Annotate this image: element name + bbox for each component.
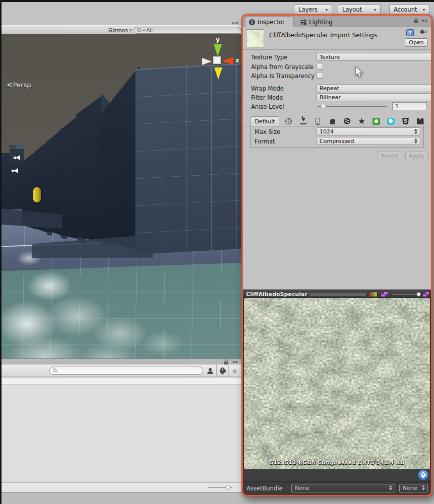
platform-tab-webgl[interactable]: 5 [398, 116, 413, 126]
wrap-mode-dropdown[interactable]: Repeat [317, 84, 432, 92]
import-settings-title: CliffAlbedoSpecular Import Settings [269, 32, 377, 39]
platform-tab-blackberry[interactable] [340, 116, 354, 126]
scene-search-value: All [146, 27, 153, 33]
texture-type-dropdown[interactable]: Texture [317, 53, 432, 61]
yellow-capsule-object[interactable] [33, 187, 41, 202]
alpha-from-grayscale-label: Alpha from Grayscale [251, 63, 314, 70]
thumbnail-size-knob[interactable] [225, 485, 230, 490]
wrap-mode-label: Wrap Mode [251, 85, 284, 92]
platform-tab-tv[interactable] [413, 116, 427, 126]
max-size-dropdown[interactable]: 1024 [317, 127, 420, 135]
texture-type-row: Texture Type Texture [243, 53, 431, 61]
audio-source-gizmo-icon[interactable] [14, 155, 21, 160]
search-by-label-button[interactable] [216, 365, 228, 377]
aniso-level-label: Aniso Level [251, 103, 284, 110]
pane-menu-icon[interactable]: ▾≡ [422, 18, 428, 23]
lock-icon[interactable] [223, 359, 228, 365]
download-icon [300, 118, 306, 124]
project-row[interactable] [2, 378, 242, 385]
persp-arrow-icon: < [7, 81, 12, 89]
layout-dropdown[interactable]: Layout▾ [338, 5, 381, 15]
aniso-slider-knob[interactable] [321, 104, 326, 109]
preview-title: CliffAlbedoSpecular [246, 291, 307, 298]
pane-menu-icon[interactable]: ▾≡ [232, 359, 238, 365]
globe-icon [285, 118, 292, 124]
assetbundle-variant-dropdown[interactable]: None [399, 484, 428, 492]
favorites-button[interactable]: ★ [228, 365, 240, 377]
scene-cube-cluster [2, 153, 24, 209]
tab-inspector[interactable]: i Inspector [245, 17, 294, 27]
search-icon [53, 369, 57, 373]
help-icon[interactable]: ? [406, 29, 414, 36]
layout-label: Layout [342, 6, 362, 13]
platform-tab-windows-phone[interactable] [354, 116, 369, 126]
phone-icon [316, 118, 320, 125]
axis-y-cone[interactable] [214, 44, 222, 56]
axis-z-cone[interactable] [202, 58, 212, 65]
max-size-label: Max Size [255, 128, 280, 135]
gear-icon[interactable]: ✱ [420, 29, 427, 35]
axis-x-cone[interactable] [222, 57, 233, 65]
mipmap-checker-icon[interactable] [422, 292, 429, 297]
tab-lighting[interactable]: Lighting [300, 17, 332, 27]
platform-tab-web[interactable] [281, 116, 296, 126]
texture-thumbnail[interactable] [246, 29, 264, 47]
mip-level-knob[interactable] [416, 292, 421, 297]
scene-axis-gizmo[interactable]: y x [196, 36, 242, 92]
filter-mode-label: Filter Mode [251, 94, 283, 101]
search-by-type-button[interactable] [204, 365, 216, 377]
aniso-level-row: Aniso Level 1 [243, 102, 431, 111]
gizmos-dropdown[interactable]: Gizmos▾ [106, 27, 134, 34]
asset-labels-button[interactable] [418, 470, 428, 480]
audio-source-gizmo-icon[interactable] [12, 168, 19, 173]
platform-tab-samsung[interactable] [384, 116, 398, 126]
assetbundle-bar: AssetBundle None None [243, 481, 431, 495]
tab-lighting-label: Lighting [309, 19, 332, 26]
chevron-down-icon: ▾ [130, 28, 132, 32]
account-label: Account [394, 6, 417, 13]
star-icon: ★ [231, 368, 238, 375]
assetbundle-dropdown[interactable]: None [291, 484, 395, 492]
lock-icon[interactable] [413, 18, 418, 23]
apply-button[interactable]: Apply [405, 152, 428, 160]
layers-dropdown[interactable]: Layers▾ [294, 5, 332, 15]
alpha-is-transparency-checkbox[interactable] [317, 72, 323, 79]
aniso-value-field[interactable]: 1 [392, 102, 427, 110]
account-dropdown[interactable]: Account▾ [389, 5, 429, 15]
project-toolbar: ★ [2, 365, 242, 377]
filter-mode-row: Filter Mode Bilinear [243, 93, 431, 102]
scene-viewport[interactable]: y x < Persp [2, 34, 242, 358]
axis-center-cube[interactable] [213, 56, 221, 64]
alpha-from-grayscale-checkbox[interactable] [317, 63, 323, 69]
filter-mode-dropdown[interactable]: Bilinear [317, 93, 432, 101]
format-dropdown[interactable]: Compressed [317, 137, 420, 145]
scene-toolbar: Gizmos▾ ▾ All [2, 25, 242, 34]
inspector-header: CliffAlbedoSpecular Import Settings ? ✱ … [243, 27, 431, 49]
alpha-from-grayscale-row: Alpha from Grayscale [243, 62, 431, 71]
filter-mode-value: Bilinear [320, 94, 341, 101]
open-button[interactable]: Open [405, 38, 428, 47]
preview-header[interactable]: CliffAlbedoSpecular [243, 290, 431, 298]
scene-search-input[interactable]: ▾ All [134, 27, 241, 34]
format-label: Format [255, 138, 275, 145]
perspective-toggle[interactable]: < Persp [7, 81, 31, 89]
scene-big-cube-front [99, 65, 140, 263]
revert-button[interactable]: Revert [378, 152, 402, 160]
platform-tab-standalone[interactable] [296, 116, 311, 126]
platform-tab-ios[interactable] [311, 116, 325, 126]
project-search-input[interactable] [49, 367, 203, 375]
axis-neg-y-cone[interactable] [214, 67, 222, 80]
texture-preview[interactable]: 512x512 RGBA Compressed DXT5 341.4 KB [243, 298, 431, 469]
default-label: Default [255, 118, 275, 125]
platform-tab-android[interactable] [325, 116, 340, 126]
aniso-slider[interactable] [318, 106, 387, 107]
assetbundle-variant-value: None [403, 485, 417, 491]
mip-level-slider[interactable] [392, 294, 419, 295]
rgb-channels-icon[interactable] [369, 292, 378, 297]
project-list-area[interactable] [2, 378, 242, 482]
platform-tab-tizen[interactable] [369, 116, 384, 126]
drag-handle-icon[interactable] [309, 293, 366, 296]
platform-tab-default[interactable]: Default [251, 116, 279, 126]
alpha-checker-icon[interactable] [381, 292, 388, 297]
platform-tab-strip: Default 5 [243, 116, 431, 126]
